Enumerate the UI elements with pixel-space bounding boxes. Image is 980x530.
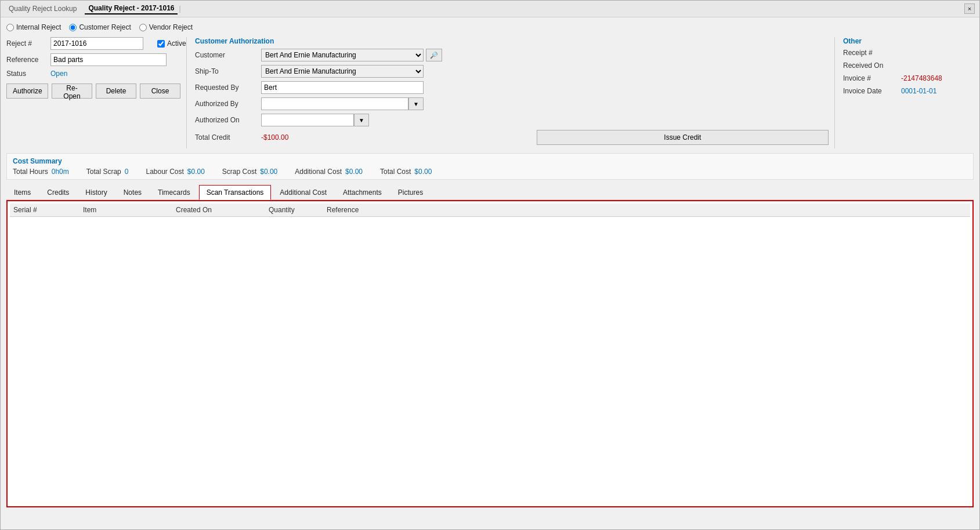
invoice-value[interactable]: -2147483648 (901, 74, 974, 82)
active-label: Active (167, 39, 186, 48)
vendor-reject-input[interactable] (139, 24, 147, 31)
tab-scan-transactions[interactable]: Scan Transactions (199, 185, 272, 200)
col-item: Item (83, 206, 176, 214)
close-form-button[interactable]: Close (140, 84, 180, 99)
total-cost-label: Total Cost (380, 168, 411, 176)
additional-cost-value: $0.00 (345, 168, 363, 176)
col-created-on: Created On (176, 206, 269, 214)
additional-cost-item: Additional Cost $0.00 (295, 168, 363, 176)
top-section: Reject # Active Reference (6, 37, 974, 148)
col-serial-num: Serial # (13, 206, 83, 214)
tab-history[interactable]: History (78, 185, 114, 200)
total-credit-value: -$100.00 (261, 133, 531, 141)
tab-items[interactable]: Items (6, 185, 38, 200)
total-cost-value: $0.00 (414, 168, 432, 176)
tab-pictures[interactable]: Pictures (390, 185, 431, 200)
cost-row: Total Hours 0h0m Total Scrap 0 Labour Co… (13, 168, 967, 176)
title-tab-reject[interactable]: Quality Reject - 2017-1016 (85, 3, 178, 14)
internal-reject-radio[interactable]: Internal Reject (6, 23, 61, 31)
tab-timecards[interactable]: Timecards (150, 185, 198, 200)
cost-summary-title: Cost Summary (13, 157, 967, 165)
total-cost-item: Total Cost $0.00 (380, 168, 432, 176)
other-title: Other (843, 37, 974, 45)
receipt-label: Receipt # (843, 49, 901, 57)
labour-cost-item: Labour Cost $0.00 (146, 168, 204, 176)
authorized-on-label: Authorized On (195, 116, 259, 124)
received-on-label: Received On (843, 61, 901, 70)
authorized-by-dropdown[interactable]: ▼ (408, 97, 424, 110)
status-value: Open (50, 70, 180, 78)
search-icon: 🔎 (430, 52, 438, 59)
ship-to-select[interactable]: Bert And Ernie Manufacturing (261, 65, 424, 78)
table-header: Serial # Item Created On Quantity Refere… (10, 204, 970, 217)
customer-label: Customer (195, 51, 259, 59)
labour-cost-value: $0.00 (187, 168, 205, 176)
close-button[interactable]: × (964, 3, 975, 14)
requested-by-label: Requested By (195, 84, 259, 92)
customer-reject-radio[interactable]: Customer Reject (69, 23, 131, 31)
active-checkbox-label[interactable]: Active (157, 39, 186, 48)
reference-input[interactable] (50, 53, 167, 66)
customer-reject-input[interactable] (69, 24, 77, 31)
action-buttons: Authorize Re-Open Delete Close (6, 84, 180, 99)
authorize-button[interactable]: Authorize (6, 84, 48, 99)
total-hours-item: Total Hours 0h0m (13, 168, 69, 176)
invoice-date-label: Invoice Date (843, 87, 901, 95)
customer-auth-panel: Customer Authorization Customer Bert And… (186, 37, 829, 148)
title-bar: Quality Reject Lookup Quality Reject - 2… (1, 1, 979, 17)
customer-search-button[interactable]: 🔎 (426, 49, 442, 61)
scrap-cost-item: Scrap Cost $0.00 (222, 168, 277, 176)
reject-num-input[interactable] (50, 37, 143, 50)
authorized-by-input[interactable] (261, 97, 408, 110)
vendor-reject-radio[interactable]: Vendor Reject (139, 23, 193, 31)
authorized-by-label: Authorized By (195, 100, 259, 108)
reject-type-radios: Internal Reject Customer Reject Vendor R… (6, 23, 974, 31)
scrap-cost-value: $0.00 (260, 168, 277, 176)
status-label: Status (6, 70, 47, 78)
authorized-on-input[interactable] (261, 114, 354, 126)
tab-attachments[interactable]: Attachments (335, 185, 389, 200)
main-window: Quality Reject Lookup Quality Reject - 2… (0, 0, 980, 530)
total-scrap-label: Total Scrap (86, 168, 121, 176)
tab-notes[interactable]: Notes (116, 185, 149, 200)
customer-select[interactable]: Bert And Ernie Manufacturing (261, 49, 424, 61)
total-credit-label: Total Credit (195, 133, 259, 141)
active-checkbox[interactable] (157, 40, 165, 48)
tab-additional-cost[interactable]: Additional Cost (272, 185, 334, 200)
tab-content: Serial # Item Created On Quantity Refere… (6, 200, 974, 507)
tab-credits[interactable]: Credits (39, 185, 77, 200)
title-tab-lookup[interactable]: Quality Reject Lookup (5, 3, 80, 14)
invoice-label: Invoice # (843, 74, 901, 82)
customer-auth-title: Customer Authorization (195, 37, 829, 45)
invoice-date-value[interactable]: 0001-01-01 (901, 87, 974, 95)
left-panel: Reject # Active Reference (6, 37, 180, 148)
total-scrap-value: 0 (125, 168, 129, 176)
additional-cost-label: Additional Cost (295, 168, 342, 176)
cost-summary-bar: Cost Summary Total Hours 0h0m Total Scra… (6, 153, 974, 180)
reference-label: Reference (6, 56, 47, 64)
other-panel: Other Receipt # Received On Invoice # -2… (834, 37, 974, 148)
table-body (10, 217, 970, 495)
total-scrap-item: Total Scrap 0 (86, 168, 129, 176)
labour-cost-label: Labour Cost (146, 168, 183, 176)
ship-to-label: Ship-To (195, 67, 259, 75)
reject-num-label: Reject # (6, 39, 47, 48)
authorized-on-dropdown[interactable]: ▼ (354, 114, 369, 126)
delete-button[interactable]: Delete (96, 84, 136, 99)
other-form: Receipt # Received On Invoice # -2147483… (843, 49, 974, 95)
internal-reject-input[interactable] (6, 24, 14, 31)
main-content: Internal Reject Customer Reject Vendor R… (1, 17, 979, 513)
requested-by-input[interactable] (261, 81, 424, 94)
total-hours-label: Total Hours (13, 168, 48, 176)
scrap-cost-label: Scrap Cost (222, 168, 256, 176)
col-quantity: Quantity (269, 206, 327, 214)
reopen-button[interactable]: Re-Open (52, 84, 92, 99)
tabs-row: Items Credits History Notes Timecards Sc… (6, 184, 974, 200)
issue-credit-button[interactable]: Issue Credit (537, 130, 829, 145)
total-hours-value: 0h0m (52, 168, 69, 176)
col-reference: Reference (327, 206, 420, 214)
